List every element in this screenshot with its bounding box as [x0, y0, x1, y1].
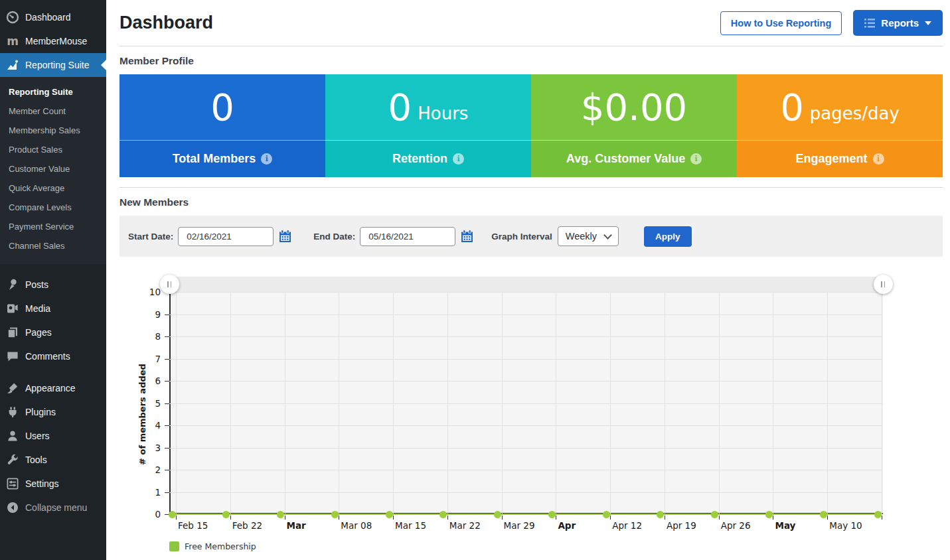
how-to-use-reporting-button[interactable]: How to Use Reporting — [720, 11, 842, 35]
sidebar-item-comments[interactable]: Comments — [0, 344, 106, 368]
metric-unit: pages/day — [810, 92, 900, 123]
metric-tile-value-area: 0pages/day — [737, 74, 943, 141]
sidebar-item-label: Dashboard — [25, 11, 71, 23]
submenu-item-compare-levels[interactable]: Compare Levels — [0, 198, 106, 217]
x-gridline — [665, 292, 665, 514]
info-icon[interactable] — [261, 153, 272, 165]
submenu-item-product-sales[interactable]: Product Sales — [0, 140, 106, 159]
y-axis-tick — [165, 470, 169, 470]
brush-icon — [6, 382, 19, 395]
y-axis-tick-label: 1 — [122, 487, 161, 498]
sidebar-item-posts[interactable]: Posts — [0, 273, 106, 297]
reports-dropdown-button[interactable]: Reports — [853, 10, 943, 36]
data-point — [657, 511, 664, 518]
metric-tile-label-area: Total Members — [119, 141, 325, 177]
y-gridline — [169, 470, 883, 470]
y-axis-title: # of members added — [137, 362, 147, 468]
header-divider — [119, 46, 943, 46]
page-header: Dashboard How to Use Reporting Reports — [119, 10, 943, 36]
list-icon — [864, 19, 875, 28]
sidebar-item-reporting-suite[interactable]: Reporting Suite — [0, 53, 106, 77]
metric-tile-engagement: 0pages/dayEngagement — [737, 74, 943, 177]
submenu-item-channel-sales[interactable]: Channel Sales — [0, 236, 106, 255]
x-axis-tick — [882, 516, 882, 520]
user-icon — [6, 429, 19, 443]
y-axis-tick — [165, 492, 169, 493]
end-date-calendar-icon[interactable] — [461, 230, 473, 242]
x-axis-tick — [502, 516, 503, 520]
sidebar-item-users[interactable]: Users — [0, 424, 106, 448]
graph-interval-select[interactable]: Weekly — [558, 226, 619, 246]
x-axis-tick-label: May 10 — [829, 520, 862, 531]
sidebar-item-tools[interactable]: Tools — [0, 448, 106, 472]
sidebar-item-label: Appearance — [25, 382, 76, 394]
reports-button-label: Reports — [881, 17, 919, 29]
sidebar-item-appearance[interactable]: Appearance — [0, 376, 106, 400]
sidebar-item-plugins[interactable]: Plugins — [0, 400, 106, 424]
x-axis-tick-label: Apr 12 — [612, 520, 642, 531]
y-axis-tick — [165, 315, 169, 315]
sidebar-item-label: Tools — [25, 454, 47, 466]
y-gridline — [169, 492, 883, 493]
chart-range-handle-left[interactable] — [160, 275, 179, 294]
data-point — [874, 511, 882, 518]
chart-legend: Free Membership — [169, 541, 256, 551]
y-gridline — [169, 315, 883, 315]
y-gridline — [169, 292, 883, 293]
submenu-item-quick-average[interactable]: Quick Average — [0, 178, 106, 198]
info-icon[interactable] — [453, 153, 464, 165]
apply-button[interactable]: Apply — [644, 226, 692, 247]
info-icon[interactable] — [690, 153, 702, 165]
x-gridline — [285, 292, 285, 514]
sidebar-item-label: Reporting Suite — [25, 59, 90, 71]
end-date-input[interactable] — [360, 227, 455, 246]
y-axis-tick-label: 8 — [122, 331, 161, 342]
chart-range-slider-track[interactable] — [169, 277, 883, 292]
data-point — [548, 511, 556, 518]
x-axis-tick — [719, 516, 720, 520]
x-gridline — [176, 292, 177, 514]
admin-sidebar: DashboardmMemberMouseReporting Suite Rep… — [0, 0, 106, 560]
submenu-item-reporting-suite[interactable]: Reporting Suite — [0, 82, 106, 102]
sidebar-item-membermouse[interactable]: mMemberMouse — [0, 29, 106, 53]
sidebar-item-collapse-menu[interactable]: Collapse menu — [0, 496, 106, 520]
menu-divider — [0, 264, 106, 273]
sidebar-item-label: Pages — [25, 326, 52, 338]
start-date-calendar-icon[interactable] — [279, 230, 291, 242]
reporting-chart-icon — [6, 58, 19, 72]
x-axis-tick — [285, 516, 285, 520]
sidebar-item-pages[interactable]: Pages — [0, 320, 106, 344]
x-gridline — [393, 292, 394, 514]
metric-tile-value-area: $0.00 — [531, 74, 737, 141]
y-gridline — [169, 381, 883, 382]
sidebar-item-dashboard[interactable]: Dashboard — [0, 5, 106, 29]
x-axis-tick — [230, 516, 231, 520]
data-point — [439, 511, 447, 518]
y-axis-tick — [165, 336, 169, 337]
submenu-item-member-count[interactable]: Member Count — [0, 102, 106, 121]
x-axis-tick-label: Mar 22 — [449, 520, 481, 531]
chart-range-handle-right[interactable] — [874, 275, 893, 294]
y-axis-tick — [165, 381, 169, 382]
x-gridline — [882, 292, 882, 514]
comment-icon — [6, 350, 19, 363]
sidebar-main-menu: DashboardmMemberMouseReporting Suite — [0, 5, 106, 77]
submenu-item-membership-sales[interactable]: Membership Sales — [0, 121, 106, 140]
x-axis-tick-label: Mar 15 — [395, 520, 426, 531]
page-title: Dashboard — [119, 13, 213, 33]
sidebar-item-label: Comments — [25, 350, 70, 362]
submenu-item-payment-service[interactable]: Payment Service — [0, 217, 106, 236]
sidebar-item-media[interactable]: Media — [0, 297, 106, 320]
metric-tile-label-area: Avg. Customer Value — [531, 141, 737, 177]
submenu-item-customer-value[interactable]: Customer Value — [0, 159, 106, 178]
metric-label: Engagement — [795, 152, 867, 166]
sidebar-item-label: Plugins — [25, 406, 56, 418]
x-gridline — [230, 292, 231, 514]
pin-icon — [6, 278, 19, 291]
sidebar-item-label: Posts — [25, 279, 48, 291]
start-date-input[interactable] — [178, 227, 274, 246]
data-point — [820, 511, 827, 518]
x-axis-tick — [610, 516, 611, 520]
sidebar-item-settings[interactable]: Settings — [0, 472, 106, 496]
info-icon[interactable] — [873, 153, 884, 165]
